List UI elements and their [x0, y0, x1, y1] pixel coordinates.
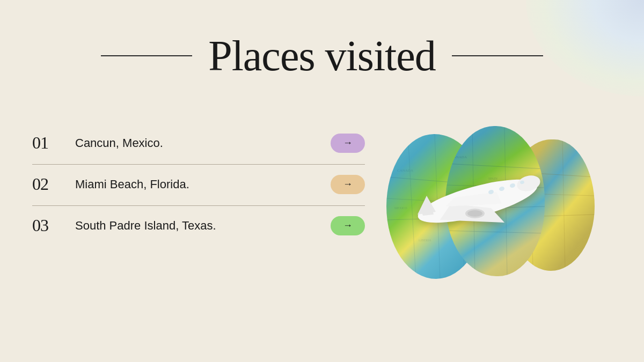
- title-line-left: [101, 55, 192, 56]
- svg-line-22: [562, 139, 565, 271]
- image-cluster: CANADA MEXICO LIBERIA CANADA SPAIN LIBER…: [386, 123, 612, 306]
- place-number-3: 03: [32, 216, 75, 235]
- arrow-button-3[interactable]: →: [331, 216, 365, 235]
- title-section: Places visited: [0, 32, 644, 79]
- airplane-image: [397, 145, 558, 252]
- arrow-icon-2: →: [343, 179, 353, 190]
- place-number-2: 02: [32, 174, 75, 194]
- place-name-2: Miami Beach, Florida.: [75, 178, 322, 191]
- place-number-1: 01: [32, 133, 75, 153]
- place-name-3: South Padre Island, Texas.: [75, 219, 322, 233]
- svg-point-34: [467, 210, 482, 217]
- place-item-3: 03 South Padre Island, Texas. →: [32, 206, 365, 247]
- place-item-2: 02 Miami Beach, Florida. →: [32, 165, 365, 206]
- arrow-button-1[interactable]: →: [331, 134, 365, 153]
- arrow-button-2[interactable]: →: [331, 175, 365, 194]
- title-line-right: [452, 55, 543, 56]
- airplane-svg: [397, 145, 558, 252]
- place-name-1: Cancun, Mexico.: [75, 136, 322, 150]
- arrow-icon-1: →: [343, 137, 353, 149]
- arrow-icon-3: →: [343, 220, 353, 231]
- content-area: 01 Cancun, Mexico. → 02 Miami Beach, Flo…: [32, 123, 612, 306]
- place-item-1: 01 Cancun, Mexico. →: [32, 123, 365, 165]
- places-list: 01 Cancun, Mexico. → 02 Miami Beach, Flo…: [32, 123, 365, 247]
- page-title: Places visited: [192, 32, 452, 79]
